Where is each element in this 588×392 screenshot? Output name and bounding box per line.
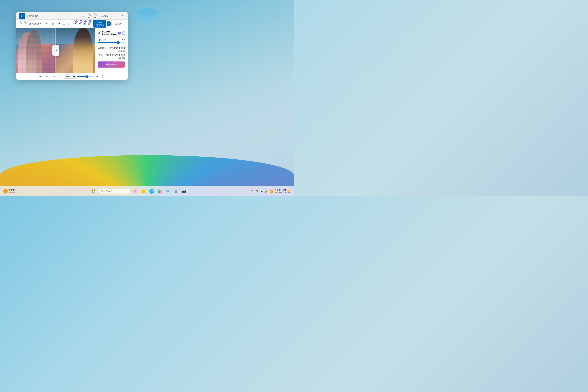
wifi-status-icon[interactable]: 📶 xyxy=(269,189,274,193)
toolbar-divider-2 xyxy=(56,22,56,26)
split-arrows-icon: ⇄ xyxy=(54,48,57,52)
eye-button[interactable]: 👁 xyxy=(38,74,43,79)
time-display[interactable]: 11:11 AM 10/22/2024 xyxy=(274,189,286,194)
wifi-icon: ⊡ xyxy=(256,190,258,193)
undo-button[interactable]: ↶ xyxy=(40,21,43,26)
super-resolution-button[interactable]: ⊞ AI xyxy=(88,21,91,26)
ai-badge-remove-bg: AI xyxy=(75,20,78,23)
draw-button[interactable]: / xyxy=(67,21,70,26)
upscale-slider[interactable] xyxy=(98,42,125,43)
zoom-in-status-button[interactable]: + xyxy=(95,74,100,79)
taskbar-edge-app[interactable]: 🌐 xyxy=(148,188,155,195)
fullscreen-icon[interactable]: ⛶ xyxy=(74,14,80,18)
search-icon: 🔍 xyxy=(101,190,104,193)
back-button[interactable]: ← xyxy=(19,13,25,19)
remove-bg-button[interactable]: ✦ AI xyxy=(74,21,77,26)
zoom-out-button[interactable]: 🔍− xyxy=(24,21,27,26)
taskbar-store-app[interactable]: 🛍️ xyxy=(156,188,163,195)
crop-icon: ⊡ xyxy=(52,22,54,25)
zoom-out-icon: 🔍− xyxy=(24,20,27,27)
zoom-select[interactable]: 75% 100% 50% xyxy=(64,74,76,78)
reset-button[interactable]: Reset xyxy=(33,21,38,26)
zoom-out-status-button[interactable]: − xyxy=(58,74,63,79)
layers-icon: ⊞ xyxy=(46,75,48,78)
pixel-overlay xyxy=(16,28,56,73)
svg-rect-2 xyxy=(92,192,93,193)
chevron-up-icon: ^ xyxy=(251,190,253,193)
app-window: ← Selfie.jpg ⛶ ⊡ 🔍− 🔍+ 100% − □ ✕ 🔍+ 🔍− … xyxy=(16,12,128,80)
onedrive-icon[interactable]: ☁ xyxy=(260,189,264,193)
mail-icon: ✉ xyxy=(166,189,169,193)
new-filesize-row: ~28 MB xyxy=(98,57,125,59)
adjust-icon: ☀ xyxy=(58,22,61,25)
notification-icon[interactable]: 🔔 xyxy=(287,189,291,193)
taskbar-photos2-app[interactable]: 📷 xyxy=(180,188,188,195)
ai-text: AI xyxy=(119,32,120,34)
save-options-dropdown-button[interactable]: ▾ xyxy=(107,22,111,26)
taskbar-teams-app[interactable]: ⊞ xyxy=(172,188,180,195)
content-area: ⇄ ⊞ Super Resolution AI i Upscale xyxy=(16,28,128,73)
layers-button[interactable]: ⊞ xyxy=(45,74,50,79)
weather-description: Sunny xyxy=(9,192,15,194)
person-3-silhouette xyxy=(73,28,93,73)
search-bar[interactable]: 🔍 Search xyxy=(98,189,131,194)
cancel-button[interactable]: Cancel xyxy=(112,21,125,26)
volume-icon[interactable]: 🔊 xyxy=(264,189,268,193)
taskbar-photos-app[interactable]: 🌸 xyxy=(132,188,139,195)
taskbar: 78°F Sunny 🔍 Search 🌸 📁 � xyxy=(0,186,294,196)
toolbar-divider-3 xyxy=(72,22,72,26)
fullscreen-icon: ⛶ xyxy=(102,75,104,78)
erase-button[interactable]: ◻ xyxy=(62,21,66,26)
window-title: Selfie.jpg xyxy=(27,14,74,17)
taskbar-center: 🔍 Search 🌸 📁 🌐 🛍️ ✉ ⊞ 📷 xyxy=(28,188,250,195)
taskbar-mail-app[interactable]: ✉ xyxy=(164,188,172,195)
weather-text: 78°F Sunny xyxy=(9,189,15,194)
status-bar: 👁 ⊞ ⊟ − 75% 100% 50% + xyxy=(16,73,128,80)
image-area: ⇄ xyxy=(16,28,95,73)
save-options-button[interactable]: Save options xyxy=(93,20,106,28)
show-hidden-icons-button[interactable]: ^ xyxy=(250,189,254,193)
redo-button[interactable]: ↷ xyxy=(44,21,48,26)
info-button[interactable]: i xyxy=(122,32,125,35)
files-icon: 📁 xyxy=(141,189,146,194)
image-before xyxy=(16,28,56,73)
network-icon[interactable]: ⊡ xyxy=(255,189,259,193)
zoom-slider[interactable] xyxy=(77,76,94,77)
ai-badge-super-res: AI xyxy=(89,20,92,23)
maximize-button[interactable]: □ xyxy=(114,14,120,18)
weather-widget[interactable]: 78°F Sunny xyxy=(3,189,15,194)
start-button[interactable] xyxy=(90,188,97,195)
minimize-button[interactable]: − xyxy=(109,14,114,18)
current-filesize-value: 300 kB xyxy=(118,50,125,52)
generate-button[interactable]: Generate xyxy=(98,62,125,68)
upscale-value: 8 x xyxy=(121,38,125,41)
split-image-container: ⇄ xyxy=(16,28,95,73)
zoom-in-title-button[interactable]: 🔍+ xyxy=(94,14,99,18)
generative-erase-button[interactable]: ✦ AI xyxy=(78,21,82,26)
fullscreen-status-button[interactable]: ⛶ xyxy=(101,74,106,79)
ai-badge-restyle: AI xyxy=(84,20,87,23)
upscale-slider-container: Upscale 8 x xyxy=(98,38,125,44)
crop-button[interactable]: ⊡ xyxy=(51,21,54,26)
bell-icon: 🔔 xyxy=(287,190,290,193)
compare-icon: ⊟ xyxy=(53,75,55,78)
title-zoom-controls: ⛶ ⊡ 🔍− 🔍+ 100% xyxy=(74,14,109,18)
compare-button[interactable]: ⊟ xyxy=(51,74,56,79)
zoom-out-title-button[interactable]: 🔍− xyxy=(88,14,92,18)
toolbar-actions: Save options ▾ Cancel xyxy=(93,20,125,28)
ai-circle-decoration xyxy=(137,8,157,20)
zoom-in-icon: + xyxy=(96,75,98,78)
toolbar: 🔍+ 🔍− ⊡ Reset ↶ ↷ ⊡ ☀ ◻ / xyxy=(16,20,128,28)
adjust-button[interactable]: ☀ xyxy=(58,21,61,26)
edge-icon: 🌐 xyxy=(149,189,154,194)
zoom-in-button[interactable]: 🔍+ xyxy=(19,21,22,26)
fit-button[interactable]: ⊡ xyxy=(28,21,32,26)
fit-window-icon[interactable]: ⊡ xyxy=(81,14,86,18)
split-handle[interactable]: ⇄ xyxy=(52,45,60,56)
zoom-control: − 75% 100% 50% + ⛶ xyxy=(58,74,106,79)
restyle-button[interactable]: ⊞ AI xyxy=(83,21,86,26)
current-label: Current: xyxy=(98,47,106,49)
close-button[interactable]: ✕ xyxy=(120,14,125,18)
ai-badge-gen-erase: AI xyxy=(80,20,82,23)
taskbar-files-app[interactable]: 📁 xyxy=(140,188,147,195)
